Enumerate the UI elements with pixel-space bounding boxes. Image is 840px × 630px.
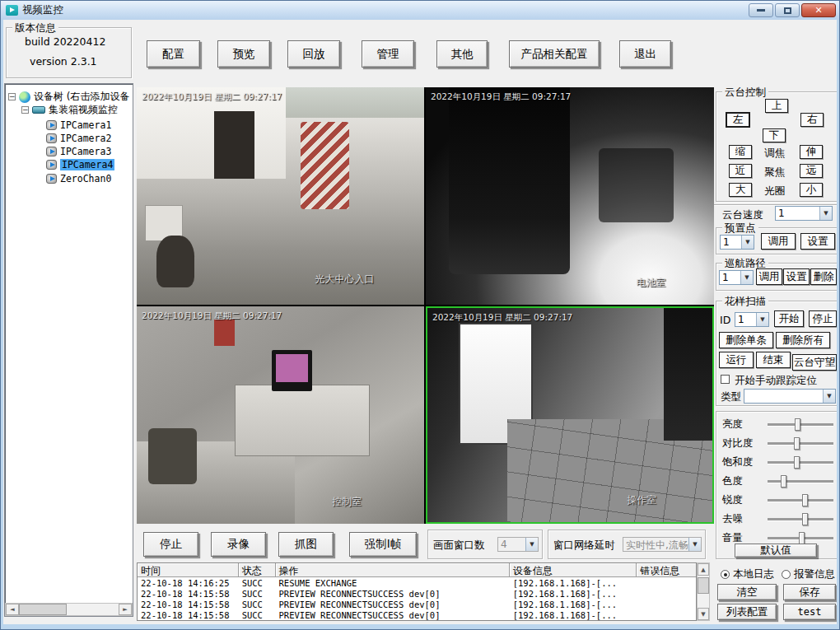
column-header-status[interactable]: 状态 — [239, 563, 276, 577]
scroll-right-icon[interactable]: ► — [119, 604, 132, 615]
collapse-icon[interactable]: − — [21, 106, 29, 114]
scroll-down-icon[interactable]: ▼ — [698, 608, 709, 620]
latency-select[interactable]: 实时性中,流畅性 ▼ — [623, 537, 702, 552]
video-feed — [664, 308, 712, 441]
collapse-icon[interactable]: − — [8, 93, 16, 100]
scroll-up-icon[interactable]: ▲ — [698, 563, 709, 576]
scrollbar-thumb[interactable] — [698, 577, 709, 594]
zoom-in-button[interactable]: 伸 — [800, 145, 823, 159]
pattern-delete-one-button[interactable]: 删除单条 — [719, 332, 773, 348]
manage-button[interactable]: 管理 — [362, 40, 414, 68]
slider-thumb[interactable] — [794, 456, 800, 469]
ptz-down-button[interactable]: 下 — [763, 128, 786, 142]
test-button[interactable]: test — [783, 604, 836, 620]
config-button[interactable]: 配置 — [147, 40, 200, 68]
iris-big-button[interactable]: 大 — [729, 183, 752, 197]
sharpness-slider[interactable] — [768, 499, 833, 502]
maximize-button[interactable] — [775, 3, 800, 17]
force-iframe-button[interactable]: 强制I帧 — [349, 532, 417, 557]
cruise-select[interactable]: 1 ▼ — [719, 270, 754, 285]
cruise-set-button[interactable]: 设置 — [783, 268, 810, 285]
save-button[interactable]: 保存 — [783, 584, 836, 600]
close-button[interactable]: ✕ — [801, 3, 836, 17]
iris-small-button[interactable]: 小 — [800, 183, 823, 197]
focus-near-button[interactable]: 近 — [729, 164, 752, 178]
scrollbar-thumb[interactable] — [19, 604, 67, 615]
pattern-start-button[interactable]: 开始 — [774, 310, 804, 327]
contrast-slider[interactable] — [768, 442, 833, 445]
preview-button[interactable]: 预览 — [217, 40, 270, 68]
saturation-slider[interactable] — [768, 461, 833, 464]
denoise-slider[interactable] — [768, 518, 833, 520]
zoom-out-button[interactable]: 缩 — [729, 145, 752, 159]
scroll-left-icon[interactable]: ◄ — [6, 604, 19, 615]
video-cell-3[interactable]: 2022年10月19日 星期二 09:27:17 控制室 — [137, 306, 424, 524]
tree-item-ipcamera3[interactable]: IPCamera3 — [46, 145, 111, 157]
slider-thumb[interactable] — [799, 532, 805, 544]
playback-button[interactable]: 回放 — [287, 40, 340, 68]
slider-thumb[interactable] — [802, 513, 808, 525]
default-values-button[interactable]: 默认值 — [735, 544, 817, 558]
build-label: build 20220412 — [25, 35, 105, 48]
brightness-slider[interactable] — [768, 423, 833, 426]
cruise-delete-button[interactable]: 删除 — [810, 268, 837, 285]
slider-thumb[interactable] — [802, 494, 808, 506]
video-cell-2[interactable]: 2022年10月19日 星期二 09:27:17 电池室 — [426, 87, 714, 305]
manual-track-checkbox[interactable] — [721, 375, 730, 384]
ptz-speed-select[interactable]: 1 ▼ — [775, 206, 833, 221]
tree-item-zerochan0[interactable]: ZeroChan0 — [46, 172, 111, 184]
cruise-call-button[interactable]: 调用 — [756, 268, 782, 285]
column-header-device[interactable]: 设备信息 — [510, 563, 637, 577]
alarm-info-radio[interactable]: 报警信息 — [782, 567, 835, 581]
pattern-end-button[interactable]: 结束 — [756, 352, 791, 368]
pattern-delete-all-button[interactable]: 删除所有 — [776, 332, 830, 348]
volume-slider[interactable] — [768, 537, 833, 539]
tree-item-ipcamera4[interactable]: IPCamera4 — [46, 158, 114, 170]
tree-item-device-root[interactable]: − 设备树 (右击添加设备 — [8, 91, 130, 103]
pattern-run-button[interactable]: 运行 — [719, 352, 754, 368]
snapshot-button[interactable]: 抓图 — [278, 532, 334, 557]
ptz-left-button[interactable]: 左 — [726, 113, 749, 127]
window-count-select[interactable]: 4 ▼ — [497, 537, 539, 552]
tree-item-ipcamera2[interactable]: IPCamera2 — [46, 132, 111, 144]
exit-button[interactable]: 退出 — [619, 40, 671, 68]
slider-thumb[interactable] — [795, 418, 800, 431]
tree-item-container-group[interactable]: − 集装箱视频监控 — [21, 104, 118, 116]
focus-far-button[interactable]: 远 — [800, 164, 823, 178]
app-window: 视频监控 ✕ 版本信息 build 20220412 version 2.3.1… — [0, 0, 840, 630]
preset-set-button[interactable]: 设置 — [800, 233, 835, 250]
column-header-time[interactable]: 时间 — [138, 563, 239, 577]
minimize-button[interactable] — [749, 3, 773, 17]
log-row[interactable]: 22-10-18 14:15:58 SUCC PREVIEW_RECONNECT… — [138, 599, 696, 609]
column-header-error[interactable]: 错误信息 — [637, 563, 696, 577]
log-vertical-scrollbar[interactable]: ▲ ▼ — [697, 562, 710, 621]
video-cell-4-selected[interactable]: 2022年10月19日 星期二 09:27:17 操作室 — [426, 306, 714, 524]
preset-call-button[interactable]: 调用 — [761, 233, 796, 250]
type-select[interactable]: ▼ — [744, 389, 836, 404]
local-log-radio[interactable]: 本地日志 — [721, 567, 774, 581]
ptz-watch-button[interactable]: 云台守望 — [792, 354, 837, 371]
tree-item-ipcamera1[interactable]: IPCamera1 — [46, 119, 111, 131]
ptz-up-button[interactable]: 上 — [765, 99, 788, 113]
clear-button[interactable]: 清空 — [717, 584, 777, 600]
other-button[interactable]: 其他 — [436, 40, 488, 68]
ptz-right-button[interactable]: 右 — [800, 113, 824, 127]
stop-button[interactable]: 停止 — [143, 532, 198, 557]
log-row[interactable]: 22-10-18 14:15:58 SUCC PREVIEW_RECONNECT… — [138, 588, 696, 599]
tree-horizontal-scrollbar[interactable]: ◄ ► — [5, 603, 133, 616]
video-cell-1[interactable]: 2022年10月19日 星期二 09:27:17 光大中心入口 — [137, 87, 424, 305]
log-row[interactable]: 22-10-18 14:15:58 SUCC PREVIEW_RECONNECT… — [138, 610, 696, 621]
record-button[interactable]: 录像 — [211, 532, 266, 557]
slider-thumb[interactable] — [794, 437, 800, 450]
hue-slider[interactable] — [768, 480, 833, 483]
product-config-button[interactable]: 产品相关配置 — [509, 40, 600, 68]
pattern-id-select[interactable]: 1 ▼ — [735, 312, 769, 327]
video-feed — [137, 87, 424, 305]
column-header-operation[interactable]: 操作 — [276, 563, 510, 577]
log-row[interactable]: 22-10-18 14:16:25 SUCC RESUME_EXCHANGE [… — [138, 577, 696, 588]
preset-select[interactable]: 1 ▼ — [720, 235, 754, 250]
list-config-button[interactable]: 列表配置 — [717, 604, 777, 620]
slider-thumb[interactable] — [781, 475, 786, 488]
sharpness-label: 锐度 — [722, 493, 743, 507]
pattern-stop-button[interactable]: 停止 — [809, 310, 837, 327]
